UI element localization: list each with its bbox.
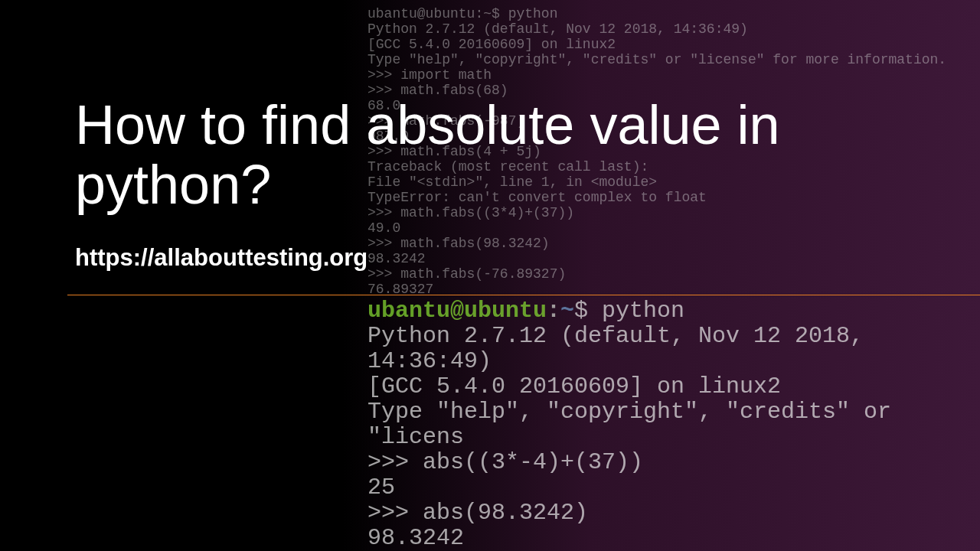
prompt-command: $ python [574,298,684,324]
terminal-line: 98.3242 [368,526,980,551]
terminal-snippet-bottom: ubantu@ubuntu:~$ python Python 2.7.12 (d… [368,298,980,551]
horizontal-divider [67,295,980,295]
terminal-line: >>> abs(98.3242) [368,500,980,526]
terminal-line: Type "help", "copyright", "credits" or "… [368,52,980,67]
title-block: How to find absolute value in python? ht… [75,96,980,272]
page-title: How to find absolute value in python? [75,96,980,215]
prompt-user: ubantu@ubuntu [368,298,547,324]
terminal-line: Python 2.7.12 (default, Nov 12 2018, 14:… [368,21,980,37]
site-url: https://allabouttesting.org [75,244,980,272]
terminal-line: Type "help", "copyright", "credits" or "… [368,399,980,450]
terminal-line: >>> abs((3*-4)+(37)) [368,450,980,475]
terminal-line: >>> import math [368,67,980,83]
terminal-line: 25 [368,475,980,500]
terminal-prompt-line: ubantu@ubuntu:~$ python [368,298,980,324]
terminal-line: [GCC 5.4.0 20160609] on linux2 [368,37,980,52]
prompt-separator: : [547,298,560,324]
terminal-line: Python 2.7.12 (default, Nov 12 2018, 14:… [368,324,980,374]
terminal-line: [GCC 5.4.0 20160609] on linux2 [368,374,980,399]
prompt-path: ~ [560,298,574,324]
terminal-line: ubantu@ubuntu:~$ python [368,6,980,21]
